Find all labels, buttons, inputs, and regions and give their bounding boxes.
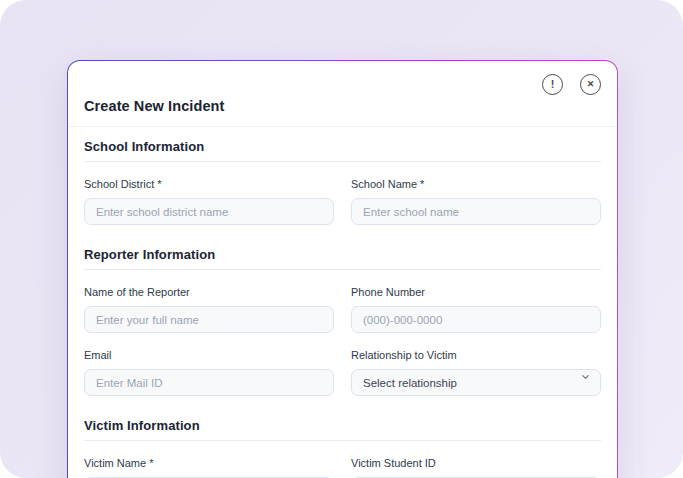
field-row: Victim Name * Victim Student ID (84, 457, 601, 478)
relationship-select-value: Select relationship (363, 377, 457, 389)
modal-title: Create New Incident (84, 98, 601, 114)
field-school-district: School District * (84, 178, 334, 225)
reporter-name-input[interactable] (84, 306, 334, 333)
email-input[interactable] (84, 369, 334, 396)
field-email: Email (84, 349, 334, 396)
field-reporter-name: Name of the Reporter (84, 286, 334, 333)
field-row: Name of the Reporter Phone Number (84, 286, 601, 333)
school-name-input[interactable] (351, 198, 601, 225)
reporter-name-label: Name of the Reporter (84, 286, 334, 298)
victim-student-id-label: Victim Student ID (351, 457, 601, 469)
modal-body: School Information School District * Sch… (68, 139, 617, 478)
section-heading-reporter-information: Reporter Information (84, 247, 601, 270)
phone-number-input[interactable] (351, 306, 601, 333)
field-school-name: School Name * (351, 178, 601, 225)
field-row: School District * School Name * (84, 178, 601, 225)
field-phone-number: Phone Number (351, 286, 601, 333)
page-background: ! ✕ Create New Incident School Informati… (0, 0, 683, 478)
close-button[interactable]: ✕ (580, 74, 601, 95)
victim-name-label: Victim Name * (84, 457, 334, 469)
school-district-input[interactable] (84, 198, 334, 225)
modal-header: ! ✕ Create New Incident (68, 61, 617, 127)
alert-icon: ! (551, 79, 555, 90)
alert-button[interactable]: ! (542, 74, 563, 95)
field-victim-name: Victim Name * (84, 457, 334, 478)
field-row: Email Relationship to Victim Select rela… (84, 349, 601, 396)
email-label: Email (84, 349, 334, 361)
section-heading-school-information: School Information (84, 139, 601, 162)
field-relationship-to-victim: Relationship to Victim Select relationsh… (351, 349, 601, 396)
chevron-down-icon (580, 372, 591, 383)
phone-number-label: Phone Number (351, 286, 601, 298)
create-incident-modal: ! ✕ Create New Incident School Informati… (67, 60, 618, 478)
relationship-select[interactable]: Select relationship (351, 369, 601, 396)
relationship-to-victim-label: Relationship to Victim (351, 349, 601, 361)
school-district-label: School District * (84, 178, 334, 190)
field-victim-student-id: Victim Student ID (351, 457, 601, 478)
close-icon: ✕ (587, 80, 595, 89)
modal-header-actions: ! ✕ (84, 74, 601, 95)
section-heading-victim-information: Victim Information (84, 418, 601, 441)
school-name-label: School Name * (351, 178, 601, 190)
